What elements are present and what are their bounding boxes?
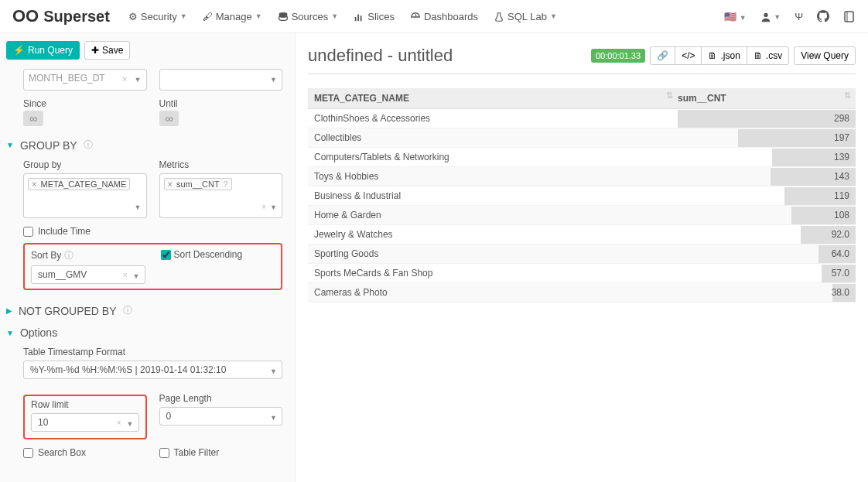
since-value[interactable]: ∞ — [23, 111, 43, 126]
svg-rect-3 — [361, 15, 362, 21]
brand-logo-icon: OO — [12, 6, 39, 26]
table-row: Computers/Tablets & Networking139 — [308, 148, 856, 167]
time-column-value: MONTH_BEG_DT — [29, 73, 105, 84]
nav-dashboards[interactable]: Dashboards — [410, 10, 478, 22]
tag-remove-icon[interactable]: × — [32, 179, 36, 189]
sort-icon: ⇅ — [844, 93, 851, 98]
notgrouped-section-title: NOT GROUPED BY — [19, 305, 117, 317]
book-icon[interactable] — [843, 10, 856, 23]
github-icon[interactable] — [817, 10, 829, 23]
cell-value: 57.0 — [678, 264, 856, 283]
metrics-select[interactable]: × sum__CNT ? × ▼ — [159, 173, 283, 218]
col-header-value[interactable]: sum__CNT ⇅ — [678, 88, 856, 109]
file-icon: 🗎 — [754, 50, 763, 61]
caret-down-icon: ▼ — [331, 12, 338, 20]
user-icon[interactable]: ▼ — [760, 10, 781, 22]
tablefilter-checkbox[interactable] — [159, 448, 169, 458]
triangle-down-icon: ▼ — [6, 141, 14, 149]
svg-rect-1 — [355, 17, 357, 21]
clear-icon[interactable]: × — [123, 271, 128, 279]
sortby-select[interactable]: sum__GMV × ▼ — [31, 265, 145, 284]
psi-icon[interactable]: Ψ — [795, 11, 803, 22]
triangle-down-icon: ▼ — [6, 329, 14, 337]
rowlimit-label: Row limit — [31, 399, 139, 410]
results-panel: undefined - untitled 00:00:01.33 🔗 </> 🗎… — [296, 33, 868, 482]
sort-descending-checkbox[interactable] — [161, 250, 171, 260]
sort-descending-label: Sort Descending — [174, 249, 243, 260]
cell-name: Collectibles — [308, 128, 678, 148]
include-time-checkbox[interactable] — [23, 227, 33, 237]
flag-us-icon[interactable]: 🇺🇸 ▼ — [724, 11, 747, 22]
embed-button[interactable]: </> — [675, 46, 702, 65]
clear-icon[interactable]: × — [122, 74, 127, 84]
sortby-value: sum__GMV — [38, 269, 87, 280]
results-table: META_CATEG_NAME ⇅ sum__CNT ⇅ ClothinShoe… — [308, 88, 856, 303]
link-button[interactable]: 🔗 — [650, 46, 675, 65]
view-query-button[interactable]: View Query — [794, 46, 856, 65]
link-icon: 🔗 — [657, 50, 668, 61]
metrics-tag-label: sum__CNT — [176, 179, 219, 189]
table-row: Home & Garden108 — [308, 206, 856, 225]
database-icon — [278, 10, 289, 22]
caret-down-icon: ▼ — [127, 420, 134, 428]
nav-slices[interactable]: Slices — [354, 10, 395, 22]
searchbox-checkbox[interactable] — [23, 448, 33, 458]
options-section-title: Options — [20, 326, 57, 339]
cell-value: 197 — [678, 128, 856, 148]
table-row: Sports MeCards & Fan Shop57.0 — [308, 264, 856, 283]
info-icon: ? — [224, 179, 228, 189]
cell-value: 143 — [678, 167, 856, 186]
cell-value: 64.0 — [678, 244, 856, 264]
time-column-select[interactable]: MONTH_BEG_DT × ▼ — [23, 69, 147, 91]
until-value[interactable]: ∞ — [159, 111, 179, 126]
options-section-header[interactable]: ▼ Options — [6, 322, 282, 344]
groupby-tag[interactable]: × META_CATEG_NAME — [28, 178, 130, 190]
nav-slices-label: Slices — [367, 11, 395, 22]
col-header-name[interactable]: META_CATEG_NAME ⇅ — [308, 88, 678, 109]
sort-descending-row[interactable]: Sort Descending — [161, 249, 275, 260]
until-label: Until — [159, 98, 283, 109]
ts-format-label: Table Timestamp Format — [23, 347, 282, 357]
cell-name: Home & Garden — [308, 206, 678, 225]
metrics-tag[interactable]: × sum__CNT ? — [164, 178, 232, 190]
cell-name: Computers/Tablets & Networking — [308, 148, 678, 167]
nav-menu: ⚙ Security ▼ 🖋 Manage ▼ Sources ▼ Slices — [128, 10, 724, 22]
clear-icon[interactable]: × — [261, 203, 266, 211]
rowlimit-value: 10 — [38, 417, 48, 428]
save-button[interactable]: ✚ Save — [84, 41, 130, 60]
tag-remove-icon[interactable]: × — [168, 179, 173, 189]
nav-sqllab[interactable]: SQL Lab ▼ — [494, 10, 557, 22]
save-label: Save — [102, 45, 123, 56]
cell-name: Cameras & Photo — [308, 283, 678, 303]
table-row: Cameras & Photo38.0 — [308, 283, 856, 303]
rowlimit-select[interactable]: 10 × ▼ — [31, 413, 139, 432]
timer-badge: 00:00:01.33 — [591, 49, 645, 63]
clear-icon[interactable]: × — [117, 419, 121, 427]
sort-highlight: Sort By ⓘ sum__GMV × ▼ Sort Descending — [23, 243, 282, 290]
table-row: Toys & Hobbies143 — [308, 167, 856, 186]
cell-value: 38.0 — [678, 283, 856, 303]
nav-security[interactable]: ⚙ Security ▼ — [128, 11, 187, 22]
flask-icon — [494, 10, 504, 22]
cell-value: 139 — [678, 148, 856, 167]
rowlimit-highlight: Row limit 10 × ▼ — [23, 395, 147, 439]
ts-format-select[interactable]: %Y-%m-%d %H:%M:%S | 2019-01-14 01:32:10 … — [23, 361, 282, 379]
nav-manage[interactable]: 🖋 Manage ▼ — [203, 11, 262, 22]
nav-sources-label: Sources — [292, 11, 329, 22]
nav-sources[interactable]: Sources ▼ — [278, 10, 339, 22]
searchbox-label: Search Box — [38, 447, 86, 458]
run-query-button[interactable]: ⚡ Run Query — [6, 41, 80, 60]
caret-down-icon: ▼ — [180, 12, 187, 20]
top-navbar: OO Superset ⚙ Security ▼ 🖋 Manage ▼ Sour… — [0, 0, 868, 33]
pagelength-select[interactable]: 0 ▼ — [159, 407, 283, 426]
json-button[interactable]: 🗎.json — [701, 46, 747, 65]
csv-button[interactable]: 🗎.csv — [747, 46, 789, 65]
brand[interactable]: OO Superset — [12, 6, 110, 26]
nav-sqllab-label: SQL Lab — [507, 11, 547, 22]
info-icon: ⓘ — [84, 138, 93, 152]
notgrouped-section-header[interactable]: ▶ NOT GROUPED BY ⓘ — [6, 299, 282, 322]
cell-value: 298 — [678, 109, 856, 128]
groupby-section-header[interactable]: ▼ GROUP BY ⓘ — [6, 134, 282, 156]
time-grain-select[interactable]: ▼ — [159, 69, 283, 91]
groupby-select[interactable]: × META_CATEG_NAME ▼ — [23, 173, 147, 218]
